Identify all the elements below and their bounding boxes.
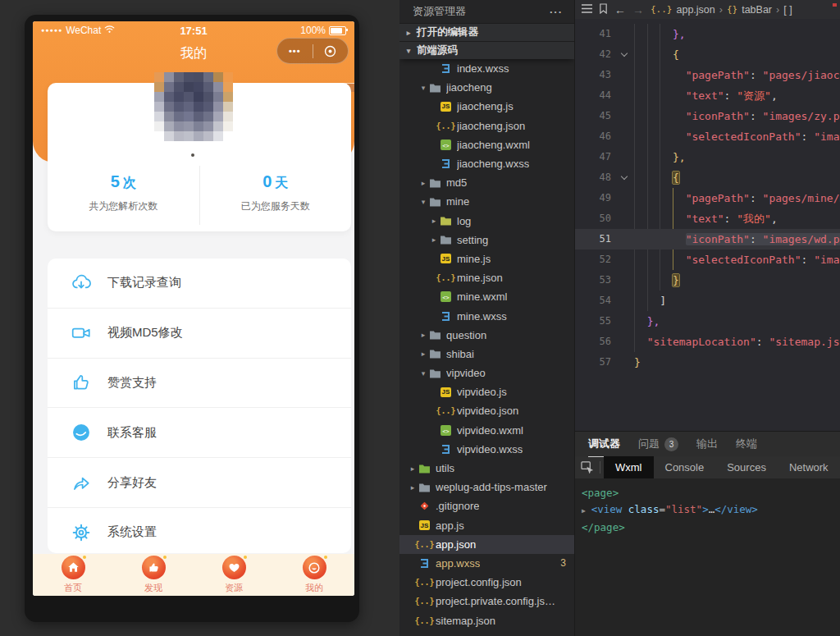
tree-item-jiaocheng[interactable]: ▾jiaocheng [399,78,574,97]
code-line-52[interactable]: 52 "selectedIconPath": "images/wd2.png" [575,249,840,270]
devtools-tab-Console[interactable]: Console [654,456,716,478]
tree-item-sitemap.json[interactable]: {..}sitemap.json [399,611,574,629]
tree-item-mine.js[interactable]: JSmine.js [399,249,574,268]
tree-item-mine.wxml[interactable]: <>mine.wxml [399,287,574,306]
more-options-icon[interactable]: ••• [277,46,313,56]
tree-item-app.wxss[interactable]: app.wxss3 [399,554,574,573]
code-text: { [631,167,840,188]
wxml-node-2[interactable]: </page> [582,519,840,536]
fold-gutter [618,85,631,106]
code-line-50[interactable]: 50 "text": "我的", [575,208,840,229]
inspect-element-icon[interactable] [575,461,600,474]
code-line-57[interactable]: 57} [575,352,840,373]
avatar[interactable] [154,72,233,141]
js-icon: JS [439,252,453,265]
chevron-right-icon: ▸ [429,217,439,225]
code-line-46[interactable]: 46 "selectedIconPath": "images/zy2.png" [575,126,840,147]
menu-item-1[interactable]: 下载记录查询 [48,259,351,309]
menu-item-3[interactable]: 赞赏支持 [48,359,351,409]
tree-item-app.js[interactable]: JSapp.js [399,516,574,535]
editor-panel: ← → {..} app.json › {} tabBar › [ ] 41 }… [574,0,840,431]
tree-item-mine[interactable]: ▾mine [399,192,574,211]
section-open-editors[interactable]: ▸ 打开的编辑器 [399,23,574,41]
menu-item-4[interactable]: 联系客服 [48,408,351,458]
code-line-55[interactable]: 55 }, [575,311,840,332]
tree-item-project.private.config.js…[interactable]: {..}project.private.config.js… [399,592,574,611]
code-line-47[interactable]: 47 }, [575,147,840,167]
tree-item-jiaocheng.json[interactable]: {..}jiaocheng.json [399,117,574,135]
wxml-node-1[interactable]: ▶ <view class="list">…</view> [582,501,840,519]
devtools-tab-Network[interactable]: Network [778,456,840,478]
tree-item-app.json[interactable]: {..}app.json [399,535,574,554]
code-line-56[interactable]: 56 "sitemapLocation": "sitemap.json" [575,332,840,352]
tree-item-question[interactable]: ▸question [399,326,574,345]
tree-item-utils[interactable]: ▸utils [399,459,574,478]
devtools-tab-Sources[interactable]: Sources [715,456,778,478]
debugger-tabs: 调试器问题3输出终端 [575,432,840,456]
tree-item-vipvideo.json[interactable]: {..}vipvideo.json [399,401,574,420]
fold-chevron-icon[interactable] [618,167,631,188]
code-line-45[interactable]: 45 "iconPath": "images/zy.png", [575,106,840,126]
tabbar-item-资源[interactable]: 资源 [194,554,274,596]
code-line-48[interactable]: 48 { [575,167,840,188]
tree-item-md5[interactable]: ▸md5 [399,173,574,192]
tabbar-item-发现[interactable]: 发现 [113,554,194,596]
code-line-41[interactable]: 41 }, [575,24,840,44]
fold-chevron-icon[interactable] [618,44,631,65]
tree-item-log[interactable]: ▸log [399,212,574,231]
bookmark-icon[interactable] [599,3,608,16]
debugger-tab-终端[interactable]: 终端 [736,432,757,456]
file-name: setting [457,234,488,246]
tree-item-shibai[interactable]: ▸shibai [399,345,574,364]
section-frontend-source[interactable]: ▾ 前端源码 [399,41,574,59]
debugger-tab-调试器[interactable]: 调试器 [588,432,620,457]
debugger-tab-输出[interactable]: 输出 [696,432,718,456]
chevron-down-icon: ▾ [404,47,413,55]
devtools-tab-Wxml[interactable]: Wxml [604,456,654,478]
code-line-53[interactable]: 53 } [575,270,840,291]
tree-item-mine.json[interactable]: {..}mine.json [399,268,574,287]
code-line-43[interactable]: 43 "pagePath": "pages/jiaocheng/jiaochen… [575,65,840,85]
menu-item-6[interactable]: 系统设置 [48,508,351,553]
expand-caret-icon[interactable]: ▶ [582,507,590,515]
breadcrumb[interactable]: {..} app.json › {} tabBar › [ ] [651,4,792,16]
stat-label: 已为您服务天数 [200,199,352,213]
tree-item-project.config.json[interactable]: {..}project.config.json [399,573,574,592]
wxml-node-0[interactable]: <page> [582,485,840,501]
tree-item-vipvideo[interactable]: ▾vipvideo [399,364,574,382]
tree-item-index.wxss[interactable]: index.wxss [399,59,574,78]
exit-minibar-icon[interactable] [313,44,349,58]
breadcrumb-array: [ ] [783,4,792,16]
nav-forward-icon[interactable]: → [632,3,644,16]
explorer-more-icon[interactable]: ··· [550,6,563,18]
tree-item-mine.wxss[interactable]: mine.wxss [399,306,574,325]
tabbar-item-我的[interactable]: 我的 [274,554,354,596]
menu-item-5[interactable]: 分享好友 [48,458,351,508]
tree-item-jiaocheng.wxss[interactable]: jiaocheng.wxss [399,154,574,173]
chevron-right-icon: ▸ [418,179,428,187]
tree-item-weplug-add-tips-master[interactable]: ▸weplug-add-tips-master [399,478,574,496]
debugger-tab-问题[interactable]: 问题3 [638,432,678,456]
tree-item-.gitignore[interactable]: .gitignore [399,496,574,515]
code-area[interactable]: 41 },42 {43 "pagePath": "pages/jiaocheng… [575,19,840,373]
tree-item-vipvideo.wxss[interactable]: vipvideo.wxss [399,440,574,459]
tree-item-vipvideo.js[interactable]: JSvipvideo.js [399,382,574,401]
code-text: "text": "资源", [631,85,840,106]
menu-icon[interactable] [582,3,592,16]
chevron-right-icon: ▸ [418,350,428,358]
json-icon: {..} [439,272,453,285]
tabbar-item-首页[interactable]: 首页 [33,554,113,596]
tree-item-jiaocheng.wxml[interactable]: <>jiaocheng.wxml [399,135,574,154]
nav-back-icon[interactable]: ← [614,3,626,16]
code-text: "selectedIconPath": "images/wd2.png" [631,249,840,270]
code-line-51[interactable]: 51 "iconPath": "images/wd.png", [575,229,840,249]
code-line-42[interactable]: 42 { [575,44,840,65]
code-line-54[interactable]: 54 ] [575,291,840,311]
code-line-44[interactable]: 44 "text": "资源", [575,85,840,106]
json-icon: {..} [418,595,431,608]
tree-item-jiaocheng.js[interactable]: JSjiaocheng.js [399,97,574,116]
menu-item-2[interactable]: 视频MD5修改 [48,309,351,359]
tree-item-vipvideo.wxml[interactable]: <>vipvideo.wxml [399,421,574,440]
code-line-49[interactable]: 49 "pagePath": "pages/mine/mine", [575,188,840,208]
tree-item-setting[interactable]: ▸setting [399,231,574,249]
